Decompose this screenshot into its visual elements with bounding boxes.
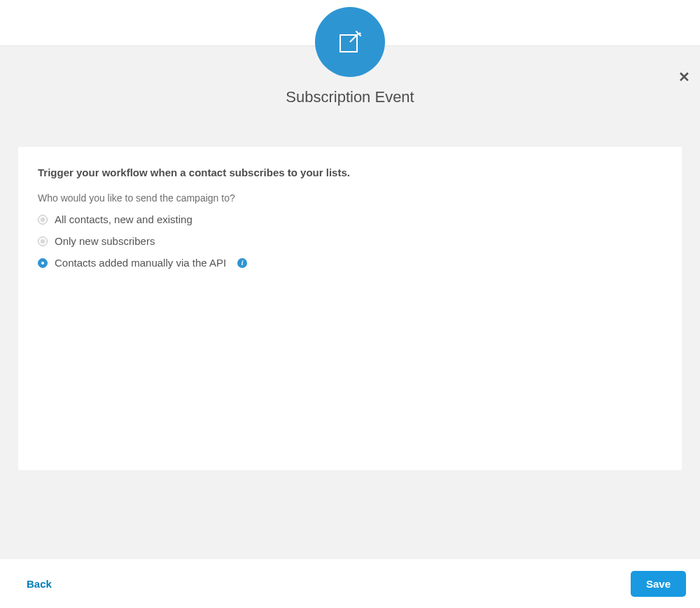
edit-icon — [336, 28, 364, 56]
radio-icon — [38, 258, 48, 268]
option-label: Contacts added manually via the API — [55, 257, 226, 269]
close-button[interactable]: ✕ — [678, 70, 690, 84]
page-title: Subscription Event — [0, 88, 700, 106]
footer-bar: Back Save — [0, 558, 700, 608]
save-button[interactable]: Save — [631, 571, 686, 597]
option-api-contacts[interactable]: Contacts added manually via the API i — [38, 257, 662, 269]
radio-icon — [38, 236, 48, 246]
content-area: Trigger your workflow when a contact sub… — [0, 129, 700, 558]
header-area: Subscription Event ✕ — [0, 46, 700, 129]
back-button[interactable]: Back — [27, 578, 52, 590]
option-all-contacts[interactable]: All contacts, new and existing — [38, 213, 662, 225]
panel-subheading: Who would you like to send the campaign … — [38, 192, 662, 204]
settings-panel: Trigger your workflow when a contact sub… — [18, 147, 682, 470]
panel-heading: Trigger your workflow when a contact sub… — [38, 167, 662, 178]
option-label: All contacts, new and existing — [55, 213, 192, 225]
option-only-new[interactable]: Only new subscribers — [38, 235, 662, 247]
info-icon[interactable]: i — [237, 258, 247, 268]
option-label: Only new subscribers — [55, 235, 155, 247]
event-icon-circle — [315, 7, 385, 77]
radio-icon — [38, 215, 48, 225]
